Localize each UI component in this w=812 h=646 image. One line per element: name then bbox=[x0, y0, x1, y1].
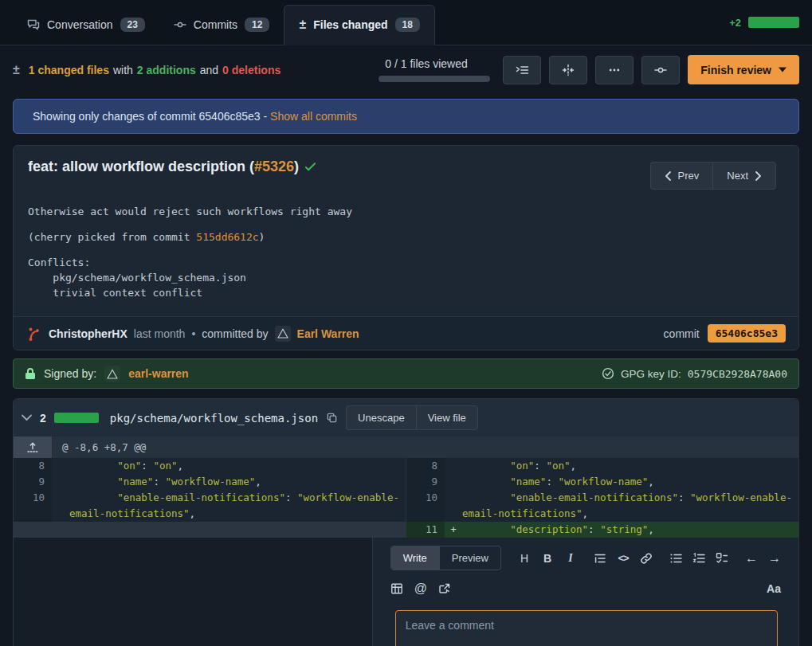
additions-count: +2 bbox=[729, 17, 741, 29]
tab-commits[interactable]: Commits 12 bbox=[159, 6, 284, 45]
preview-tab[interactable]: Preview bbox=[440, 546, 500, 570]
editor-toolbar: Write Preview H B I <> bbox=[390, 544, 781, 574]
code-line: "enable-email-notifications": "workflow-… bbox=[69, 490, 406, 522]
commit-select-button[interactable] bbox=[641, 56, 680, 84]
signed-by-label: Signed by: bbox=[44, 367, 96, 380]
diff-table: 8 "on": "on",8 "on": "on",9 "name": "wor… bbox=[14, 458, 798, 538]
expand-up-icon[interactable] bbox=[14, 437, 53, 458]
file-additions-bar bbox=[54, 413, 99, 423]
prev-commit-button[interactable]: Prev bbox=[650, 162, 713, 190]
line-number bbox=[14, 522, 52, 538]
split-view-toggle-button[interactable] bbox=[549, 56, 587, 84]
author-name-link[interactable]: ChristopherHX bbox=[49, 327, 127, 340]
chevron-left-icon bbox=[665, 171, 672, 181]
inline-comment-form: Write Preview H B I <> bbox=[372, 538, 798, 646]
additions-bar bbox=[748, 17, 799, 28]
commit-navigation: Prev Next bbox=[650, 162, 776, 190]
tab-count-badge: 18 bbox=[395, 18, 420, 32]
file-changes-count: 2 bbox=[40, 412, 46, 425]
quote-icon[interactable] bbox=[594, 551, 606, 566]
unordered-list-icon[interactable] bbox=[669, 551, 682, 566]
write-tab[interactable]: Write bbox=[391, 546, 440, 570]
unescape-button[interactable]: Unescape bbox=[346, 405, 416, 430]
diff-right-cell: 9 "name": "workflow-name", bbox=[406, 474, 798, 490]
commit-filter-banner: Showing only changes of commit 65406c85e… bbox=[13, 99, 799, 134]
finish-review-button[interactable]: Finish review bbox=[688, 55, 799, 84]
line-number[interactable]: 9 bbox=[14, 474, 52, 490]
diff-stat: +2 bbox=[729, 17, 799, 29]
line-number[interactable]: 8 bbox=[406, 458, 445, 474]
caret-down-icon bbox=[779, 67, 787, 72]
code-line: "name": "workflow-name", bbox=[462, 474, 798, 490]
line-number[interactable]: 8 bbox=[14, 458, 52, 474]
tab-count-badge: 23 bbox=[120, 18, 145, 32]
check-icon bbox=[304, 162, 316, 172]
issue-ref-link[interactable]: #5326 bbox=[254, 159, 294, 174]
editor-tabs: Write Preview bbox=[390, 546, 501, 570]
committer-name-link[interactable]: Earl Warren bbox=[297, 327, 359, 340]
file-tree-toggle-button[interactable] bbox=[503, 56, 541, 84]
commit-title: feat: allow workflow description (#5326) bbox=[28, 159, 316, 175]
commit-time: last month bbox=[134, 327, 186, 340]
link-icon[interactable] bbox=[640, 551, 653, 566]
line-number[interactable]: 10 bbox=[14, 490, 52, 522]
table-icon[interactable] bbox=[390, 581, 403, 596]
files-viewed: 0 / 1 files viewed bbox=[379, 57, 490, 82]
reference-icon[interactable] bbox=[438, 581, 451, 596]
next-commit-button[interactable]: Next bbox=[712, 162, 776, 190]
commit-hash-badge[interactable]: 65406c85e3 bbox=[708, 324, 786, 343]
diff-left-cell bbox=[14, 522, 406, 538]
verified-icon bbox=[602, 367, 614, 380]
diff-sign bbox=[445, 474, 462, 490]
dot-separator: • bbox=[191, 327, 195, 340]
diff-right-cell: 10 "enable-email-notifications": "workfl… bbox=[406, 490, 798, 522]
redo-arrow-icon[interactable]: → bbox=[768, 551, 781, 566]
chevron-right-icon bbox=[755, 171, 762, 181]
comment-input[interactable] bbox=[395, 610, 778, 646]
code-line: "on": "on", bbox=[462, 458, 798, 474]
line-number[interactable]: 11 bbox=[406, 522, 445, 538]
line-number[interactable]: 10 bbox=[406, 490, 445, 522]
editor-toolbar-secondary: @ Aa bbox=[390, 574, 781, 604]
italic-icon[interactable]: I bbox=[564, 551, 577, 566]
copy-path-icon[interactable] bbox=[326, 412, 338, 424]
commit-label: commit bbox=[664, 327, 700, 340]
gpg-key-label: GPG key ID: bbox=[621, 368, 681, 380]
tab-files-changed[interactable]: ± Files changed 18 bbox=[284, 5, 435, 45]
diff-sign bbox=[52, 458, 69, 474]
signer-link[interactable]: earl-warren bbox=[128, 367, 188, 380]
author-avatar[interactable] bbox=[26, 326, 42, 342]
committer-avatar[interactable] bbox=[275, 326, 291, 342]
files-viewed-progress bbox=[379, 76, 490, 82]
tab-label: Files changed bbox=[313, 18, 387, 31]
signature-row: Signed by: earl-warren GPG key ID: 0579C… bbox=[13, 358, 799, 389]
diff-left-cell: 8 "on": "on", bbox=[14, 458, 406, 474]
cherry-pick-commit-link[interactable]: 515dd6612c bbox=[196, 231, 258, 243]
mention-icon[interactable]: @ bbox=[414, 581, 427, 596]
ordered-list-icon[interactable] bbox=[692, 551, 705, 566]
more-options-button[interactable] bbox=[595, 56, 634, 84]
show-all-commits-link[interactable]: Show all commits bbox=[270, 110, 357, 123]
commit-icon bbox=[174, 18, 186, 31]
file-name: pkg/schema/workflow_schema.json bbox=[110, 412, 318, 425]
diff-sign bbox=[445, 458, 462, 474]
heading-icon[interactable]: H bbox=[518, 551, 531, 566]
view-file-button[interactable]: View file bbox=[416, 405, 478, 430]
bold-icon[interactable]: B bbox=[541, 551, 554, 566]
code-icon[interactable]: <> bbox=[617, 551, 630, 566]
font-size-toggle[interactable]: Aa bbox=[767, 582, 781, 595]
commit-message-line: Conflicts: bbox=[28, 255, 784, 270]
additions-text: 2 additions bbox=[137, 64, 196, 76]
undo-arrow-icon[interactable]: ← bbox=[745, 551, 758, 566]
diff-sign: + bbox=[445, 522, 462, 538]
line-number[interactable]: 9 bbox=[406, 474, 445, 490]
diff-sign bbox=[52, 490, 69, 522]
tab-conversation[interactable]: Conversation 23 bbox=[13, 6, 159, 45]
signer-avatar[interactable] bbox=[104, 366, 120, 382]
changed-files-link[interactable]: 1 changed files bbox=[29, 64, 109, 76]
task-list-icon[interactable] bbox=[716, 551, 728, 566]
commit-detail-box: feat: allow workflow description (#5326)… bbox=[13, 145, 799, 350]
tab-label: Conversation bbox=[47, 18, 113, 31]
hunk-header-text: @ -8,6 +8,7 @@ bbox=[53, 437, 155, 458]
chevron-down-icon[interactable] bbox=[22, 414, 32, 421]
